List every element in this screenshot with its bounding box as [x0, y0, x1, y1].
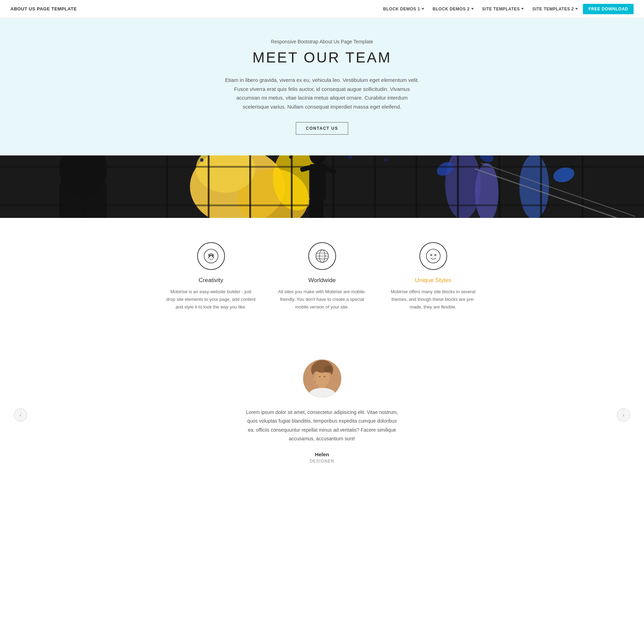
feature-title-creativity: Creativity: [166, 277, 256, 284]
nav-item-label: BLOCK DEMOS 2: [433, 7, 470, 11]
next-arrow-icon: ›: [622, 412, 624, 418]
nav-item-block-demos-1[interactable]: BLOCK DEMOS 1: [380, 5, 428, 14]
avatar-image: [303, 359, 341, 398]
svg-rect-15: [291, 155, 293, 218]
svg-point-63: [313, 378, 316, 381]
free-download-button[interactable]: FREE DOWNLOAD: [583, 4, 634, 14]
feature-item-creativity: Creativity Mobirise is an easy website b…: [166, 242, 256, 311]
features-section: Creativity Mobirise is an easy website b…: [0, 218, 644, 339]
worldwide-icon: [315, 248, 330, 264]
creativity-icon: [203, 248, 219, 264]
testimonial-role: DESIGNER: [14, 459, 630, 464]
svg-rect-26: [309, 164, 326, 200]
svg-rect-18: [416, 155, 417, 218]
meet-subtitle: Responsive Bootstrap About Us Page Templ…: [14, 39, 630, 44]
feature-desc-creativity: Mobirise is an easy website builder - ju…: [166, 288, 256, 311]
svg-rect-30: [316, 198, 324, 218]
navbar: ABOUT US PAGE TEMPLATE BLOCK DEMOS 1 BLO…: [0, 0, 644, 18]
feature-title-worldwide: Worldwide: [277, 277, 367, 284]
feature-desc-unique-styles: Mobirise offers many site blocks in seve…: [388, 288, 478, 311]
svg-point-47: [208, 254, 210, 256]
meet-title: MEET OUR TEAM: [14, 49, 630, 66]
svg-point-7: [519, 155, 549, 218]
svg-rect-13: [208, 155, 209, 218]
svg-point-53: [430, 254, 432, 256]
svg-line-66: [324, 376, 325, 377]
testimonial-next-button[interactable]: ›: [617, 408, 630, 422]
svg-point-64: [314, 381, 316, 382]
svg-rect-14: [249, 155, 251, 218]
svg-rect-29: [309, 198, 317, 218]
svg-rect-32: [59, 181, 107, 218]
svg-line-65: [319, 376, 320, 377]
worldwide-icon-circle: [308, 242, 336, 270]
svg-rect-19: [457, 155, 459, 218]
creativity-icon-circle: [197, 242, 225, 270]
dropdown-caret-icon: [471, 8, 474, 10]
unique-styles-icon-circle: [419, 242, 447, 270]
svg-point-34: [200, 158, 203, 162]
svg-point-60: [324, 366, 332, 373]
dropdown-caret-icon: [575, 8, 578, 10]
dropdown-caret-icon: [421, 8, 424, 10]
testimonial-prev-button[interactable]: ‹: [14, 408, 27, 422]
svg-rect-12: [166, 155, 168, 218]
nav-item-site-templates[interactable]: SITE TEMPLATES: [479, 5, 528, 14]
svg-point-54: [435, 254, 436, 256]
testimonial-name: Helen: [14, 451, 630, 457]
nav-item-site-templates-2[interactable]: SITE TEMPLATES 2: [529, 5, 582, 14]
nav-item-label: SITE TEMPLATES 2: [532, 7, 574, 11]
svg-rect-16: [332, 155, 334, 218]
svg-rect-20: [499, 155, 500, 218]
svg-point-52: [426, 249, 440, 263]
nav-item-block-demos-2[interactable]: BLOCK DEMOS 2: [429, 5, 477, 14]
testimonial-text: Lorem ipsum dolor sit amet, consectetur …: [246, 408, 399, 443]
svg-rect-22: [582, 155, 583, 218]
contact-button[interactable]: CONTACT US: [296, 122, 348, 135]
navbar-brand[interactable]: ABOUT US PAGE TEMPLATE: [10, 6, 77, 11]
feature-item-unique-styles: Unique Styles Mobirise offers many site …: [388, 242, 478, 311]
prev-arrow-icon: ‹: [19, 412, 21, 418]
testimonial-section: ‹ Lorem ipsum dolor sit amet, con: [0, 339, 644, 491]
hero-image: [0, 155, 644, 218]
features-grid: Creativity Mobirise is an easy website b…: [166, 242, 478, 311]
svg-point-48: [212, 254, 214, 256]
feature-item-worldwide: Worldwide All sites you make with Mobiri…: [277, 242, 367, 311]
svg-point-46: [204, 249, 218, 263]
meet-team-section: Responsive Bootstrap About Us Page Templ…: [0, 18, 644, 155]
feature-desc-worldwide: All sites you make with Mobirise are mob…: [277, 288, 367, 311]
nav-item-label: SITE TEMPLATES: [482, 7, 520, 11]
svg-point-42: [384, 158, 387, 162]
dropdown-caret-icon: [521, 8, 524, 10]
feature-title-unique-styles: Unique Styles: [388, 277, 478, 284]
meet-description: Etiam in libero gravida, viverra ex eu, …: [225, 76, 419, 111]
svg-rect-17: [374, 155, 376, 218]
unique-styles-icon: [426, 248, 441, 264]
testimonial-avatar: [303, 359, 341, 398]
svg-rect-21: [540, 155, 542, 218]
nav-links: BLOCK DEMOS 1 BLOCK DEMOS 2 SITE TEMPLAT…: [380, 4, 634, 14]
nav-item-label: BLOCK DEMOS 1: [383, 7, 420, 11]
